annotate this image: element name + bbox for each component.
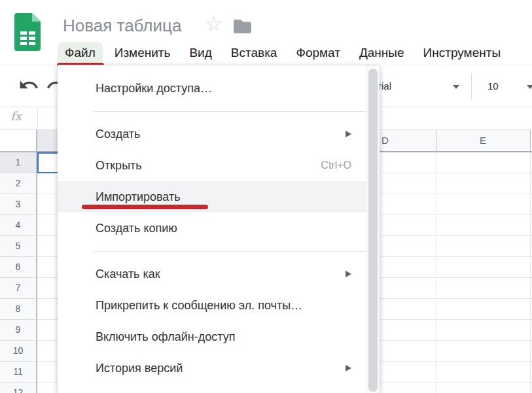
file-menu-item-offline-access[interactable]: Включить офлайн-доступ bbox=[58, 321, 366, 352]
font-size-select[interactable]: 10 bbox=[488, 80, 499, 92]
menubar-item-file[interactable]: Файл bbox=[58, 42, 103, 64]
submenu-arrow-icon bbox=[346, 365, 351, 371]
row-header-6[interactable]: 6 bbox=[0, 257, 37, 278]
submenu-arrow-icon bbox=[346, 271, 351, 277]
file-menu-item-share[interactable]: Настройки доступа… bbox=[58, 73, 366, 104]
file-menu-item-label: История версий bbox=[96, 362, 346, 375]
row-header-7[interactable]: 7 bbox=[0, 278, 37, 299]
menubar-item-label: Вставка bbox=[231, 46, 277, 60]
row-header-5[interactable]: 5 bbox=[0, 236, 37, 257]
row-header-10[interactable]: 10 bbox=[0, 341, 37, 362]
menu-divider bbox=[58, 104, 380, 118]
shortcut-label: Ctrl+O bbox=[321, 160, 351, 171]
row-header-9[interactable]: 9 bbox=[0, 320, 37, 341]
file-menu-item-label: Создать bbox=[96, 128, 346, 141]
row-header-12[interactable]: 12 bbox=[0, 383, 37, 393]
file-menu-item-import[interactable]: Импортировать bbox=[58, 181, 366, 213]
column-header-A[interactable] bbox=[37, 130, 58, 151]
annotation-underline-import bbox=[82, 205, 208, 209]
file-menu-item-new[interactable]: Создать bbox=[58, 118, 366, 150]
font-size-caret-icon[interactable] bbox=[527, 85, 532, 89]
folder-icon[interactable] bbox=[232, 18, 253, 35]
menubar-item-label: Вид bbox=[189, 46, 211, 60]
select-all-corner[interactable] bbox=[0, 130, 37, 152]
menu-scrollbar-thumb[interactable] bbox=[368, 69, 378, 392]
file-menu-item-label: Скачать как bbox=[96, 267, 346, 281]
row-header-1[interactable]: 1 bbox=[0, 152, 37, 173]
file-menu-item-download-as[interactable]: Скачать как bbox=[58, 258, 366, 290]
file-menu-item-label: Настройки доступа… bbox=[96, 82, 351, 95]
row-header-8[interactable]: 8 bbox=[0, 299, 37, 320]
menu-divider bbox=[58, 244, 380, 258]
file-menu-item-label: Включить офлайн-доступ bbox=[96, 330, 351, 344]
toolbar-divider bbox=[471, 73, 472, 99]
menubar-item-edit[interactable]: Изменить bbox=[107, 42, 178, 64]
row-header-3[interactable]: 3 bbox=[0, 194, 37, 215]
formula-bar-divider bbox=[37, 109, 38, 128]
menubar-item-label: Изменить bbox=[115, 46, 171, 60]
star-icon[interactable]: ☆ bbox=[205, 14, 223, 34]
menubar-item-label: Формат bbox=[296, 46, 340, 60]
file-menu-item-version-history[interactable]: История версий bbox=[58, 352, 366, 384]
sheets-logo-icon[interactable] bbox=[12, 12, 43, 52]
menubar-item-tools[interactable]: Инструменты bbox=[416, 42, 508, 64]
file-menu-item-email-attachment[interactable]: Прикрепить к сообщению эл. почты… bbox=[58, 290, 366, 321]
font-family-caret-icon[interactable] bbox=[453, 85, 459, 89]
column-header-D[interactable]: D bbox=[380, 130, 438, 151]
gridline bbox=[436, 152, 436, 393]
row-header-2[interactable]: 2 bbox=[0, 173, 37, 194]
file-menu-dropdown: Настройки доступа…СоздатьОткрытьCtrl+OИм… bbox=[58, 65, 380, 393]
file-menu-item-label: Прикрепить к сообщению эл. почты… bbox=[96, 299, 351, 313]
file-menu-item-label: Создать копию bbox=[96, 222, 351, 235]
file-menu-item-make-copy[interactable]: Создать копию bbox=[58, 213, 366, 244]
row-header-4[interactable]: 4 bbox=[0, 215, 37, 236]
menu-bar: ФайлИзменитьВидВставкаФорматДанныеИнстру… bbox=[58, 40, 512, 64]
submenu-arrow-icon bbox=[346, 131, 351, 137]
menubar-item-format[interactable]: Формат bbox=[289, 42, 347, 64]
menubar-item-label: Данные bbox=[359, 46, 404, 60]
menubar-item-insert[interactable]: Вставка bbox=[224, 42, 285, 64]
undo-icon[interactable] bbox=[18, 75, 39, 95]
column-header-separator bbox=[530, 130, 531, 151]
row-header-11[interactable]: 11 bbox=[0, 362, 37, 383]
gridline bbox=[530, 152, 531, 393]
column-header-E[interactable]: E bbox=[436, 130, 530, 151]
doc-title[interactable]: Новая таблица bbox=[63, 16, 181, 36]
menubar-item-label: Файл bbox=[65, 46, 96, 60]
menubar-item-view[interactable]: Вид bbox=[182, 42, 219, 64]
menubar-item-label: Инструменты bbox=[423, 46, 501, 60]
menubar-item-data[interactable]: Данные bbox=[352, 42, 412, 64]
menu-scrollbar-track[interactable] bbox=[366, 65, 380, 393]
file-menu-item-label: Открыть bbox=[96, 159, 321, 173]
file-menu-item-label: Импортировать bbox=[96, 190, 351, 204]
column-header-separator bbox=[436, 130, 436, 151]
file-menu-item-open[interactable]: ОткрытьCtrl+O bbox=[58, 150, 366, 181]
fx-label: fx bbox=[10, 109, 22, 123]
